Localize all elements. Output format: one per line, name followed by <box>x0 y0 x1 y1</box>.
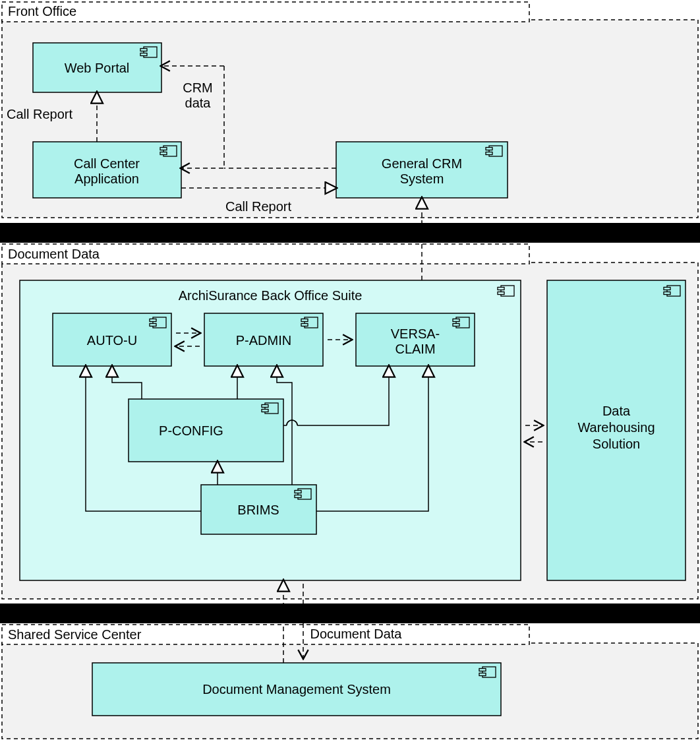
group-front-office: Front Office Web Portal Call Center Appl… <box>2 2 698 218</box>
svg-text:Application: Application <box>74 171 139 186</box>
group-title-shared-service: Shared Service Center <box>8 627 142 642</box>
edge-label-crm-data-1: CRM <box>183 80 213 95</box>
component-p-admin: P-ADMIN <box>204 313 323 366</box>
component-auto-u: AUTO-U <box>53 313 171 366</box>
svg-text:General CRM: General CRM <box>382 156 462 171</box>
group-document-data: Document Data ArchiSurance Back Office S… <box>2 198 698 599</box>
svg-text:CLAIM: CLAIM <box>395 342 435 356</box>
component-data-warehousing: Data Warehousing Solution <box>547 280 685 580</box>
svg-text:P-CONFIG: P-CONFIG <box>159 423 223 438</box>
component-web-portal: Web Portal <box>33 43 161 92</box>
separator-bar-2 <box>0 603 700 623</box>
edge-label-document-data: Document Data <box>310 627 403 641</box>
svg-text:BRIMS: BRIMS <box>237 503 279 517</box>
component-call-center-application: Call Center Application <box>33 142 181 198</box>
component-p-config: P-CONFIG <box>129 399 283 462</box>
component-brims: BRIMS <box>201 485 316 534</box>
svg-text:Document Management System: Document Management System <box>202 682 391 696</box>
component-versa-claim: VERSA- CLAIM <box>356 313 475 366</box>
svg-text:VERSA-: VERSA- <box>391 326 440 341</box>
svg-text:P-ADMIN: P-ADMIN <box>236 333 291 348</box>
architecture-diagram: Front Office Web Portal Call Center Appl… <box>0 0 700 742</box>
svg-text:Web Portal: Web Portal <box>65 61 130 75</box>
group-title-document-data: Document Data <box>8 247 100 261</box>
separator-bar <box>0 223 700 243</box>
component-general-crm-system: General CRM System <box>336 142 508 198</box>
svg-text:Call Center: Call Center <box>74 156 140 171</box>
svg-text:System: System <box>400 171 444 186</box>
edge-label-call-report-2: Call Report <box>225 199 291 214</box>
component-back-office-suite: ArchiSurance Back Office Suite AUTO-U P-… <box>20 280 521 580</box>
svg-text:Solution: Solution <box>593 437 640 451</box>
svg-text:Warehousing: Warehousing <box>577 420 655 435</box>
svg-text:Data: Data <box>602 404 631 418</box>
edge-label-crm-data-2: data <box>185 96 212 110</box>
svg-text:ArchiSurance Back Office Suite: ArchiSurance Back Office Suite <box>179 288 363 303</box>
svg-rect-7 <box>2 2 529 22</box>
component-document-management-system: Document Management System <box>92 663 501 716</box>
svg-text:AUTO-U: AUTO-U <box>87 333 137 348</box>
edge-label-call-report-1: Call Report <box>7 107 73 121</box>
group-title-front-office: Front Office <box>8 4 76 18</box>
